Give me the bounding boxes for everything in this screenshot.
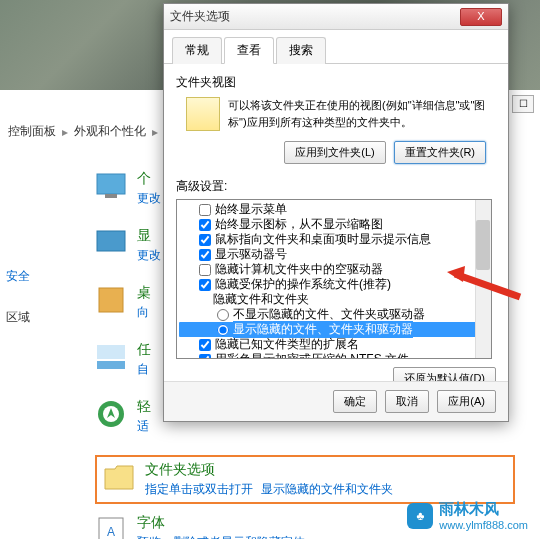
ok-button[interactable]: 确定 bbox=[333, 390, 377, 413]
folder-views-icon bbox=[186, 97, 220, 131]
category-title[interactable]: 桌 bbox=[137, 284, 151, 302]
category-sub[interactable]: 向 bbox=[137, 304, 151, 321]
tree-row[interactable]: 不显示隐藏的文件、文件夹或驱动器 bbox=[179, 307, 489, 322]
tab-general[interactable]: 常规 bbox=[172, 37, 222, 64]
tab-content: 文件夹视图 可以将该文件夹正在使用的视图(例如"详细信息"或"图标")应用到所有… bbox=[164, 64, 508, 408]
category-title[interactable]: 文件夹选项 bbox=[145, 461, 401, 479]
tree-radio[interactable] bbox=[217, 309, 229, 321]
tree-checkbox[interactable] bbox=[199, 234, 211, 246]
category-sub[interactable]: 预览、删除或者显示和隐藏字体 bbox=[137, 534, 305, 539]
tree-checkbox[interactable] bbox=[199, 204, 211, 216]
watermark-logo: ♣ 雨林木风 www.ylmf888.com bbox=[407, 500, 528, 531]
tree-row[interactable]: 鼠标指向文件夹和桌面项时显示提示信息 bbox=[179, 232, 489, 247]
svg-rect-5 bbox=[97, 345, 125, 359]
display-icon bbox=[95, 227, 127, 259]
category-title[interactable]: 字体 bbox=[137, 514, 305, 532]
logo-text-cn: 雨林木风 bbox=[439, 500, 528, 519]
personalization-icon bbox=[95, 170, 127, 202]
logo-badge-icon: ♣ bbox=[407, 503, 433, 529]
sidebar-link[interactable]: 区域 bbox=[6, 309, 54, 326]
sidebar: 安全 区域 bbox=[0, 160, 60, 358]
category-title[interactable]: 任 bbox=[137, 341, 151, 359]
folder-views-text: 可以将该文件夹正在使用的视图(例如"详细信息"或"图标")应用到所有这种类型的文… bbox=[228, 97, 496, 130]
dialog-footer: 确定 取消 应用(A) bbox=[164, 381, 508, 421]
tab-search[interactable]: 搜索 bbox=[276, 37, 326, 64]
tree-checkbox[interactable] bbox=[199, 279, 211, 291]
tree-row[interactable]: 始终显示图标，从不显示缩略图 bbox=[179, 217, 489, 232]
category-sub[interactable]: 更改 bbox=[137, 247, 161, 264]
svg-rect-1 bbox=[105, 194, 117, 198]
category-title[interactable]: 显 bbox=[137, 227, 161, 245]
chevron-right-icon: ▸ bbox=[152, 125, 158, 139]
tree-row[interactable]: 隐藏计算机文件夹中的空驱动器 bbox=[179, 262, 489, 277]
category-title[interactable]: 个 bbox=[137, 170, 161, 188]
ease-icon bbox=[95, 398, 127, 430]
tab-strip: 常规 查看 搜索 bbox=[164, 30, 508, 64]
scrollbar-vertical[interactable] bbox=[475, 200, 491, 358]
window-restore[interactable]: ☐ bbox=[512, 95, 534, 113]
apply-button[interactable]: 应用(A) bbox=[437, 390, 496, 413]
tree-checkbox[interactable] bbox=[199, 249, 211, 261]
tree-label: 用彩色显示加密或压缩的 NTFS 文件 bbox=[215, 351, 409, 359]
window-buttons: ☐ bbox=[512, 95, 534, 113]
category-sub: 指定单击或双击打开显示隐藏的文件和文件夹 bbox=[145, 481, 401, 498]
folder-views-title: 文件夹视图 bbox=[176, 74, 496, 91]
tab-view[interactable]: 查看 bbox=[224, 37, 274, 64]
fonts-icon: A bbox=[95, 514, 127, 539]
svg-rect-2 bbox=[97, 231, 125, 251]
dialog-titlebar[interactable]: 文件夹选项 X bbox=[164, 4, 508, 30]
tree-row[interactable]: 隐藏已知文件类型的扩展名 bbox=[179, 337, 489, 352]
advanced-settings-tree[interactable]: 始终显示菜单始终显示图标，从不显示缩略图鼠标指向文件夹和桌面项时显示提示信息显示… bbox=[176, 199, 492, 359]
tree-checkbox[interactable] bbox=[199, 219, 211, 231]
close-button[interactable]: X bbox=[460, 8, 502, 26]
cancel-button[interactable]: 取消 bbox=[385, 390, 429, 413]
tree-row[interactable]: 隐藏文件和文件夹 bbox=[179, 292, 489, 307]
tree-row[interactable]: 始终显示菜单 bbox=[179, 202, 489, 217]
svg-rect-4 bbox=[97, 361, 125, 369]
tree-row[interactable]: 隐藏受保护的操作系统文件(推荐) bbox=[179, 277, 489, 292]
chevron-right-icon: ▸ bbox=[62, 125, 68, 139]
tree-checkbox[interactable] bbox=[199, 264, 211, 276]
tree-row[interactable]: 显示隐藏的文件、文件夹和驱动器 bbox=[179, 322, 489, 337]
tree-row[interactable]: 用彩色显示加密或压缩的 NTFS 文件 bbox=[179, 352, 489, 359]
category-sub[interactable]: 适 bbox=[137, 418, 151, 435]
tree-checkbox[interactable] bbox=[199, 339, 211, 351]
dialog-title: 文件夹选项 bbox=[170, 8, 460, 25]
folder-icon bbox=[103, 461, 135, 493]
reset-folders-button[interactable]: 重置文件夹(R) bbox=[394, 141, 486, 164]
svg-text:A: A bbox=[107, 525, 115, 539]
logo-text-url: www.ylmf888.com bbox=[439, 519, 528, 531]
tree-checkbox[interactable] bbox=[199, 354, 211, 360]
tree-radio[interactable] bbox=[217, 324, 229, 336]
taskbar-icon bbox=[95, 341, 127, 373]
breadcrumb: 控制面板 ▸ 外观和个性化 ▸ bbox=[8, 123, 158, 140]
breadcrumb-item[interactable]: 控制面板 bbox=[8, 123, 56, 140]
gadgets-icon bbox=[95, 284, 127, 316]
tree-row[interactable]: 显示驱动器号 bbox=[179, 247, 489, 262]
advanced-settings-title: 高级设置: bbox=[176, 178, 496, 195]
scrollbar-thumb[interactable] bbox=[476, 220, 490, 270]
category-sub[interactable]: 更改 bbox=[137, 190, 161, 207]
category-folder-options: 文件夹选项指定单击或双击打开显示隐藏的文件和文件夹 bbox=[103, 461, 507, 498]
svg-rect-3 bbox=[99, 288, 123, 312]
sidebar-link[interactable]: 安全 bbox=[6, 268, 54, 285]
highlight-folder-options: 文件夹选项指定单击或双击打开显示隐藏的文件和文件夹 bbox=[95, 455, 515, 504]
category-title[interactable]: 轻 bbox=[137, 398, 151, 416]
svg-rect-0 bbox=[97, 174, 125, 194]
apply-to-folders-button[interactable]: 应用到文件夹(L) bbox=[284, 141, 385, 164]
folder-options-dialog: 文件夹选项 X 常规 查看 搜索 文件夹视图 可以将该文件夹正在使用的视图(例如… bbox=[163, 3, 509, 422]
breadcrumb-item[interactable]: 外观和个性化 bbox=[74, 123, 146, 140]
category-sub[interactable]: 自 bbox=[137, 361, 151, 378]
